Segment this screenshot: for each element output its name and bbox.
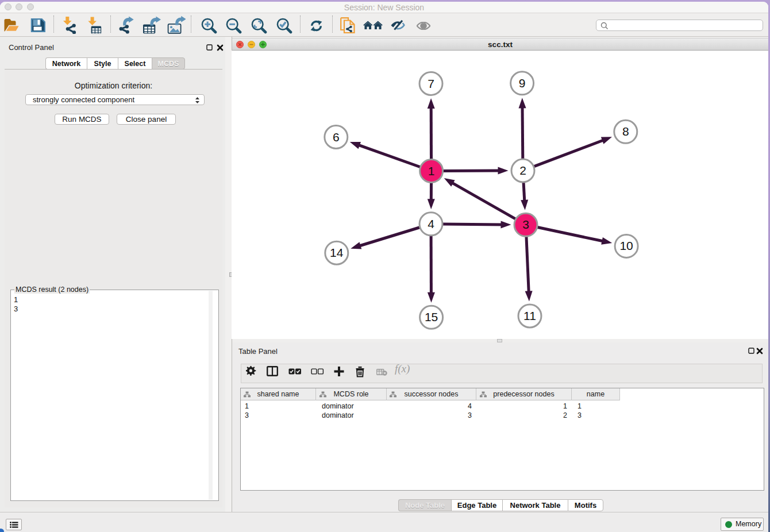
- svg-text:14: 14: [330, 246, 344, 259]
- svg-text:4: 4: [428, 217, 434, 230]
- svg-text:15: 15: [425, 310, 438, 323]
- svg-text:10: 10: [619, 239, 633, 252]
- svg-text:9: 9: [519, 76, 526, 90]
- svg-text:3: 3: [522, 218, 529, 231]
- svg-text:8: 8: [622, 125, 629, 138]
- svg-text:1: 1: [428, 164, 435, 178]
- svg-text:2: 2: [519, 164, 526, 177]
- svg-text:11: 11: [523, 309, 536, 322]
- svg-text:6: 6: [333, 130, 340, 144]
- svg-text:7: 7: [428, 77, 434, 90]
